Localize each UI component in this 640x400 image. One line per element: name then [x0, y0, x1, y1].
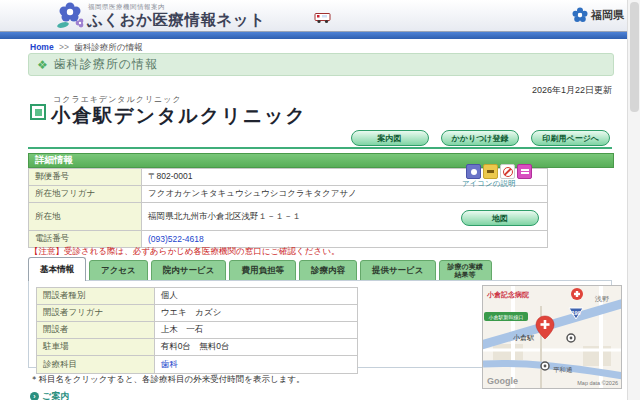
family-doctor-register-button[interactable]: かかりつけ登録	[441, 130, 520, 146]
breadcrumb-home-link[interactable]: Home	[30, 42, 54, 52]
founder-type-label: 開設者種別	[37, 288, 155, 305]
founder-furigana-value: ウエキ カズシ	[154, 305, 357, 322]
founder-value: 上木 一石	[154, 322, 357, 339]
tab-provided-services[interactable]: 提供サービス	[360, 260, 436, 281]
page: 福岡県医療機関情報案内 ふくおか医療情報ネット 福岡県 Home >> 歯科診療…	[0, 0, 640, 400]
map-button[interactable]: 地図	[461, 210, 539, 226]
service-icons	[466, 164, 532, 179]
heiwadori-label: 平和通	[553, 366, 573, 373]
phone-label: 電話番号	[29, 231, 142, 248]
arrow-circle-icon: ›	[30, 392, 39, 400]
postal-code-label: 郵便番号	[29, 169, 142, 186]
parking-value: 有料0台 無料0台	[154, 339, 357, 356]
fukuoka-mark-icon	[572, 7, 588, 23]
tab-treatment-details[interactable]: 診療内容	[299, 260, 357, 281]
guide-map-button[interactable]: 案内図	[351, 130, 429, 146]
prefecture-logo: 福岡県	[572, 7, 624, 23]
founder-furigana-label: 開設者フリガナ	[37, 305, 155, 322]
station-exit-label: 小倉駅新幹線口	[489, 314, 524, 321]
route-shield-label: 199	[571, 310, 580, 316]
scrollbar-thumb[interactable]	[630, 2, 639, 112]
table-row: 開設者フリガナ ウエキ カズシ	[37, 305, 358, 322]
action-buttons: 案内図 かかりつけ登録 印刷用ページへ	[351, 130, 611, 146]
yellow-service-icon	[483, 164, 498, 179]
page-heading: 歯科診療所の情報	[54, 56, 158, 73]
department-dentistry-link[interactable]: 歯科	[161, 359, 178, 369]
tab-results[interactable]: 診療の実績 結果等	[439, 260, 492, 281]
green-rule	[28, 147, 612, 149]
no-smoking-icon	[500, 164, 515, 179]
table-row: 電話番号 (093)522-4618	[29, 231, 548, 248]
clinic-bullet-icon	[30, 104, 46, 120]
pink-service-icon	[517, 164, 532, 179]
site-title: ふくおか医療情報ネット	[87, 10, 266, 31]
address-cell: 福岡県北九州市小倉北区浅野１－１－１ 地図	[142, 203, 548, 231]
tab-costs[interactable]: 費用負担等	[229, 260, 296, 281]
tab-in-house-services[interactable]: 院内サービス	[151, 260, 227, 281]
phone-link[interactable]: (093)522-4618	[148, 234, 204, 244]
asano-label: 浅野	[594, 295, 609, 303]
tab-basic-info[interactable]: 基本情報	[28, 257, 86, 281]
page-heading-bar: ❖ 歯科診療所の情報	[28, 53, 614, 76]
table-row: 診療科目 歯科	[37, 356, 358, 374]
founder-type-value: 個人	[154, 288, 357, 305]
map-image: 199 小倉駅新幹線口 小倉記念病院 浅野 小倉駅 平和通 Google Map…	[483, 286, 621, 388]
location-map[interactable]: 199 小倉駅新幹線口 小倉記念病院 浅野 小倉駅 平和通 Google Map…	[482, 285, 622, 389]
site-logo-flower-icon	[55, 2, 91, 30]
google-logo: Google	[487, 376, 518, 386]
address-furigana-label: 所在地フリガナ	[29, 186, 142, 203]
scrollbar[interactable]	[627, 0, 640, 400]
print-page-button[interactable]: 印刷用ページへ	[531, 130, 610, 146]
tab-access[interactable]: アクセス	[89, 260, 148, 281]
table-row: 駐車場 有料0台 無料0台	[37, 339, 358, 356]
basic-info-table: 開設者種別 個人 開設者フリガナ ウエキ カズシ 開設者 上木 一石 駐車場 有…	[36, 287, 358, 374]
address-label: 所在地	[29, 203, 142, 231]
table-row: 開設者種別 個人	[37, 288, 358, 305]
parking-label: 駐車場	[37, 339, 155, 356]
icon-explanation-link[interactable]: アイコンの説明	[462, 179, 515, 189]
ambulance-icon	[314, 11, 334, 24]
table-row: 所在地 福岡県北九州市小倉北区浅野１－１－１ 地図	[29, 203, 548, 231]
updated-date: 2026年1月22日更新	[532, 84, 612, 97]
address-value: 福岡県北九州市小倉北区浅野１－１－１	[148, 211, 301, 221]
breadcrumb-current: 歯科診療所の情報	[74, 42, 142, 52]
founder-label: 開設者	[37, 322, 155, 339]
departments-footnote: ＊科目名をクリックすると、各診療科目の外来受付時間を表示します。	[30, 374, 305, 386]
header-blue-bar	[0, 32, 640, 39]
departments-label: 診療科目	[37, 356, 155, 374]
prefecture-name: 福岡県	[591, 8, 624, 23]
clipped-bottom-link[interactable]: › ご案内	[30, 390, 69, 400]
hospital-label: 小倉記念病院	[486, 290, 529, 299]
map-copyright: Map data ©2026	[577, 380, 618, 386]
table-row: 開設者 上木 一石	[37, 322, 358, 339]
station-label: 小倉駅	[513, 334, 534, 342]
tab-bar: 基本情報 アクセス 院内サービス 費用負担等 診療内容 提供サービス 診療の実績…	[28, 258, 492, 281]
breadcrumb-separator: >>	[59, 42, 69, 52]
blue-service-icon	[466, 164, 481, 179]
diamond-icon: ❖	[37, 58, 48, 72]
clinic-name: 小倉駅デンタルクリニック	[51, 103, 307, 129]
